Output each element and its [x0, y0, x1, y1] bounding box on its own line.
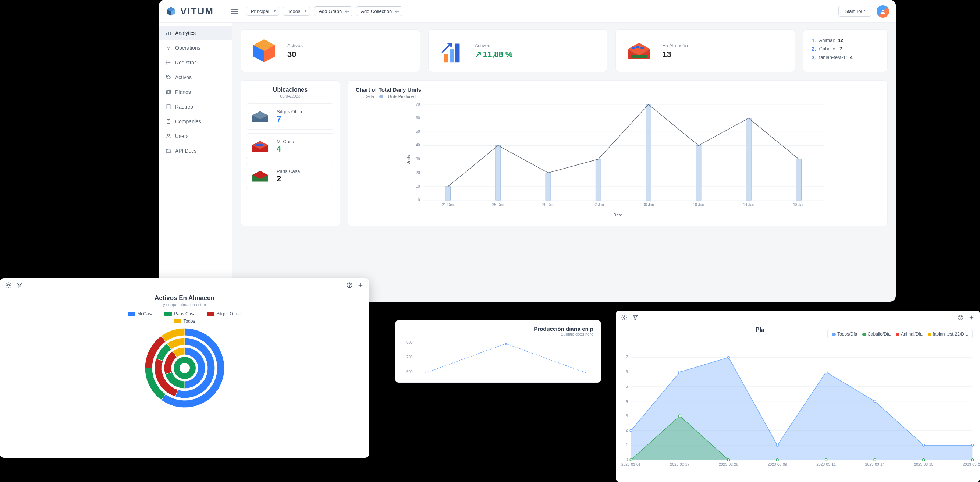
svg-rect-22 [632, 47, 635, 49]
topbar: VITUM Principal Todos Add Graph Add Coll… [159, 0, 896, 23]
ubicaciones-card: Ubicaciones 05/04/2023 Sitges Office7 Mi… [240, 80, 340, 226]
user-avatar[interactable] [877, 5, 889, 17]
svg-point-0 [882, 9, 884, 11]
gear-icon[interactable] [5, 282, 12, 288]
document-icon [165, 104, 172, 110]
svg-text:06-Jan: 06-Jan [643, 203, 654, 207]
popup-toolbar [616, 310, 980, 325]
area-chart-title: Pla [756, 327, 764, 333]
svg-text:70: 70 [416, 102, 420, 107]
svg-point-107 [923, 444, 925, 446]
svg-text:700: 700 [406, 355, 413, 359]
brand-name: VITUM [180, 6, 214, 17]
nav-label: Users [175, 133, 189, 139]
svg-point-18 [167, 134, 169, 136]
gear-icon[interactable] [621, 314, 628, 321]
sidebar-item-users[interactable]: Users [159, 129, 232, 143]
tag-icon [165, 74, 172, 80]
location-item[interactable]: Mi Casa4 [246, 133, 334, 159]
add-graph-button[interactable]: Add Graph [314, 6, 352, 16]
svg-rect-47 [546, 173, 551, 200]
location-item[interactable]: Paris Casa2 [246, 163, 334, 189]
svg-text:10-Jan: 10-Jan [693, 203, 705, 207]
svg-rect-43 [445, 186, 451, 200]
svg-text:0: 0 [418, 198, 420, 202]
svg-text:6: 6 [626, 370, 628, 374]
filter-icon[interactable] [16, 282, 23, 288]
svg-point-104 [776, 444, 778, 446]
list-icon [165, 60, 172, 65]
produccion-chart: 800 700 600 [403, 336, 593, 377]
svg-point-116 [971, 459, 974, 461]
house-icon [250, 169, 270, 184]
svg-point-65 [8, 285, 10, 286]
stat-card-activos: Activos 30 [240, 29, 420, 72]
sidebar-item-rastreo[interactable]: Rastreo [159, 99, 232, 114]
nav-label: Analytics [175, 30, 196, 36]
sidebar-item-companies[interactable]: Companies [159, 114, 232, 129]
svg-point-115 [923, 459, 925, 461]
svg-point-111 [727, 459, 729, 461]
sidebar-item-planos[interactable]: Planos [159, 84, 232, 99]
todos-selector[interactable]: Todos [283, 6, 310, 16]
svg-text:2023-03-28: 2023-03-28 [963, 463, 980, 466]
nav-label: Activos [175, 74, 192, 80]
svg-point-71 [180, 363, 190, 373]
filter-icon[interactable] [632, 314, 639, 321]
nav-label: Rastreo [175, 104, 193, 110]
svg-text:4: 4 [626, 399, 628, 403]
stat-label: Activos [475, 43, 513, 48]
svg-rect-2 [168, 32, 169, 35]
sidebar-item-api-docs[interactable]: API Docs [159, 143, 232, 158]
svg-text:2023-01-01: 2023-01-01 [621, 463, 641, 466]
house-icon [250, 139, 270, 154]
sidebar-item-registrar[interactable]: Registrar [159, 55, 232, 70]
svg-rect-13 [167, 105, 170, 109]
donut-popup: Activos En Almacen y en que almacen esta… [0, 278, 369, 458]
rank-row: 2.Caballo:7 [811, 46, 879, 52]
svg-text:2: 2 [626, 428, 628, 432]
svg-point-108 [971, 444, 974, 446]
area-chart: 012345672023-01-012023-02-172023-02-2820… [616, 352, 980, 477]
stat-label: En Almacén [662, 43, 687, 48]
stat-value: 30 [287, 50, 303, 59]
help-icon[interactable] [957, 314, 964, 321]
svg-point-106 [874, 400, 876, 402]
sidebar-item-analytics[interactable]: Analytics [159, 26, 232, 40]
chart-legend: Delta Units Produced [356, 94, 880, 99]
svg-rect-14 [167, 119, 170, 124]
stat-card-almacen: En Almacén 13 [616, 29, 795, 72]
start-tour-button[interactable]: Start Tour [838, 6, 872, 17]
donut-subtitle: y en que almacen estan [7, 302, 362, 307]
svg-rect-3 [170, 32, 171, 35]
svg-point-109 [630, 459, 632, 461]
svg-point-67 [349, 286, 350, 286]
svg-text:Date: Date [614, 213, 622, 217]
sidebar-item-activos[interactable]: Activos [159, 70, 232, 84]
svg-text:14-Jan: 14-Jan [743, 203, 754, 207]
main-content: Activos 30 Activos ↗11,88 % [232, 23, 896, 302]
rank-row: 1.Animal:12 [811, 37, 879, 43]
daily-units-chart-card: Chart of Total Daily Units Delta Units P… [348, 80, 888, 226]
svg-point-64 [505, 342, 507, 345]
location-item[interactable]: Sitges Office7 [246, 103, 334, 129]
svg-rect-20 [450, 49, 454, 62]
plus-icon[interactable] [357, 282, 364, 288]
svg-text:2023-02-17: 2023-02-17 [670, 463, 690, 466]
svg-text:800: 800 [406, 340, 413, 344]
stat-card-activos-pct: Activos ↗11,88 % [428, 29, 608, 72]
brand-logo: VITUM [165, 6, 214, 17]
add-collection-button[interactable]: Add Collection [356, 6, 402, 16]
ranking-card: 1.Animal:12 2.Caballo:7 3.fabian-test-1:… [803, 29, 888, 72]
sidebar-item-operations[interactable]: Operations [159, 40, 232, 55]
svg-rect-57 [796, 159, 801, 200]
svg-text:29-Dec: 29-Dec [542, 203, 554, 207]
principal-selector[interactable]: Principal [246, 6, 279, 16]
plus-icon[interactable] [968, 314, 975, 321]
svg-rect-55 [746, 118, 751, 200]
menu-toggle-icon[interactable] [231, 9, 238, 14]
svg-point-114 [874, 459, 876, 461]
svg-point-8 [166, 62, 167, 62]
svg-point-103 [727, 356, 729, 358]
help-icon[interactable] [346, 282, 353, 288]
